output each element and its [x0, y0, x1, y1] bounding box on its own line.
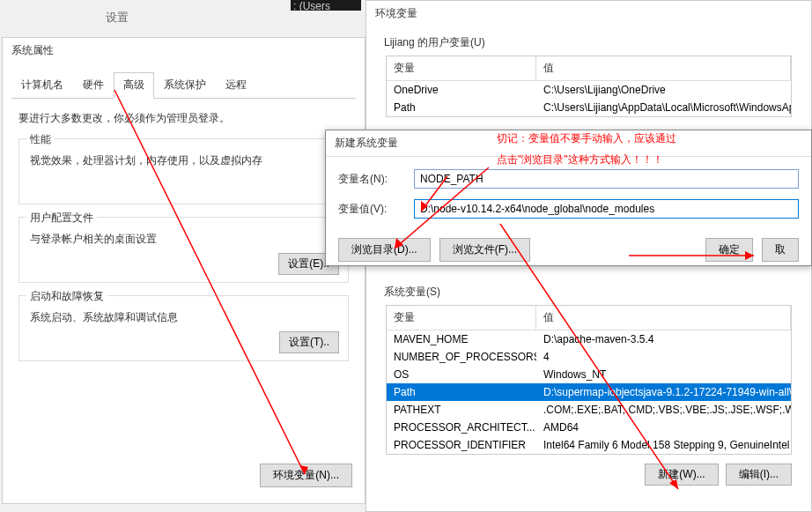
system-properties-window: 系统属性 计算机名 硬件 高级 系统保护 远程 要进行大多数更改，你必须作为管理…	[2, 37, 365, 504]
col-variable[interactable]: 变量	[387, 56, 536, 80]
col-variable[interactable]: 变量	[387, 306, 536, 330]
system-var-actions: 新建(W)... 编辑(I)...	[386, 464, 792, 486]
edit-button[interactable]: 编辑(I)...	[726, 464, 792, 486]
window-title: 环境变量	[366, 1, 811, 26]
tab-computer-name[interactable]: 计算机名	[11, 72, 73, 98]
tab-bar: 计算机名 硬件 高级 系统保护 远程	[11, 72, 356, 99]
browse-file-button[interactable]: 浏览文件(F)...	[439, 238, 530, 262]
tab-advanced[interactable]: 高级	[114, 72, 154, 99]
environment-variables-button[interactable]: 环境变量(N)...	[260, 464, 352, 487]
settings-button-t[interactable]: 设置(T)..	[279, 331, 339, 353]
admin-notice: 要进行大多数更改，你必须作为管理员登录。	[18, 111, 349, 126]
table-row[interactable]: PROCESSOR_ARCHITECT...AMD64	[387, 419, 791, 436]
variable-value-input[interactable]	[414, 199, 799, 219]
tab-hardware[interactable]: 硬件	[73, 72, 114, 98]
table-header: 变量 值	[387, 56, 791, 81]
col-value[interactable]: 值	[536, 56, 791, 80]
terminal-fragment: : (Users	[291, 0, 361, 11]
table-row[interactable]: MAVEN_HOMED:\apache-maven-3.5.4	[387, 330, 791, 348]
settings-heading: 设置	[106, 10, 129, 26]
variable-value-label: 变量值(V):	[338, 202, 414, 217]
performance-group: 性能 视觉效果，处理器计划，内存使用，以及虚拟内存	[18, 138, 349, 204]
table-row-selected[interactable]: PathD:\supermap-iobjectsjava-9.1.2-17224…	[387, 383, 791, 401]
variable-name-input[interactable]	[414, 169, 799, 189]
variable-name-label: 变量名(N):	[338, 172, 414, 187]
table-row[interactable]: NUMBER_OF_PROCESSORS4	[387, 348, 791, 366]
user-variables-label: Lijiang 的用户变量(U)	[366, 26, 811, 56]
new-button[interactable]: 新建(W)...	[645, 464, 718, 486]
tab-remote[interactable]: 远程	[216, 72, 256, 98]
group-title: 启动和故障恢复	[26, 289, 107, 304]
col-value[interactable]: 值	[536, 306, 791, 330]
tab-system-protection[interactable]: 系统保护	[154, 72, 216, 98]
table-header: 变量 值	[387, 306, 791, 330]
group-text: 视觉效果，处理器计划，内存使用，以及虚拟内存	[30, 153, 337, 168]
group-title: 用户配置文件	[26, 211, 97, 226]
system-variables-table[interactable]: 变量 值 MAVEN_HOMED:\apache-maven-3.5.4 NUM…	[386, 305, 792, 455]
system-variables-label: 系统变量(S)	[366, 276, 811, 305]
table-row[interactable]: OSWindows_NT	[387, 366, 791, 383]
new-system-variable-dialog: 新建系统变量 变量名(N): 变量值(V): 浏览目录(D)... 浏览文件(F…	[325, 130, 812, 266]
table-row[interactable]: Path C:\Users\Lijiang\AppData\Local\Micr…	[387, 99, 791, 116]
table-row[interactable]: PROCESSOR_IDENTIFIERIntel64 Family 6 Mod…	[387, 436, 791, 454]
group-text: 系统启动、系统故障和调试信息	[30, 310, 337, 325]
group-title: 性能	[26, 132, 55, 147]
tab-content: 要进行大多数更改，你必须作为管理员登录。 性能 视觉效果，处理器计划，内存使用，…	[3, 99, 365, 386]
user-profile-group: 用户配置文件 与登录帐户相关的桌面设置 设置(E)..	[18, 217, 349, 283]
browse-directory-button[interactable]: 浏览目录(D)...	[338, 238, 431, 262]
ok-button[interactable]: 确定	[705, 238, 753, 262]
table-row[interactable]: OneDrive C:\Users\Lijiang\OneDrive	[387, 81, 791, 99]
dialog-title: 新建系统变量	[326, 130, 811, 157]
cancel-button[interactable]: 取	[762, 238, 799, 262]
group-text: 与登录帐户相关的桌面设置	[30, 232, 337, 247]
table-row[interactable]: PATHEXT.COM;.EXE;.BAT;.CMD;.VBS;.VBE;.JS…	[387, 401, 791, 419]
user-variables-table[interactable]: 变量 值 OneDrive C:\Users\Lijiang\OneDrive …	[386, 56, 792, 117]
window-title: 系统属性	[3, 38, 365, 63]
startup-group: 启动和故障恢复 系统启动、系统故障和调试信息 设置(T)..	[18, 295, 349, 361]
